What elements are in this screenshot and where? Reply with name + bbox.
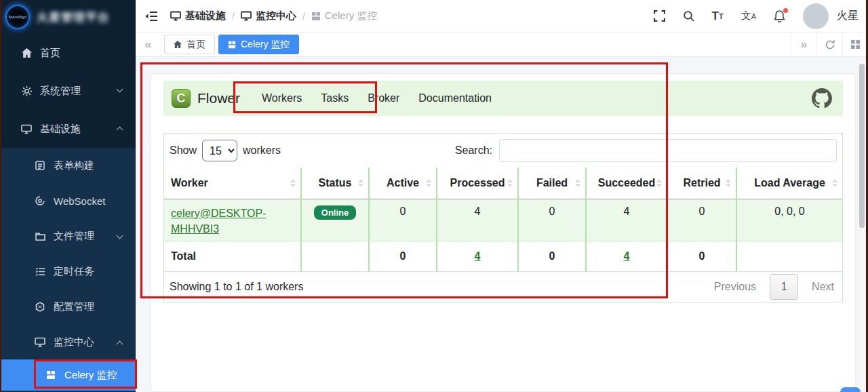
column-header-active[interactable]: Active — [369, 168, 437, 199]
main-content: C Flower Workers Tasks Broker Documentat… — [136, 57, 868, 392]
column-header-succeeded[interactable]: Succeeded — [586, 168, 667, 199]
sidebar-item-infrastructure[interactable]: 基础设施 — [0, 110, 136, 148]
monitor-icon — [34, 336, 46, 347]
flower-nav-workers[interactable]: Workers — [252, 92, 311, 104]
tabs-scroll-left-icon[interactable]: « — [136, 33, 161, 57]
sidebar-item-websocket[interactable]: WebSocket — [0, 183, 136, 218]
chevron-down-icon — [117, 86, 123, 93]
topbar: 基础设施 / 监控中心 / Celery 监控 — [136, 0, 868, 33]
column-header-failed[interactable]: Failed — [518, 168, 586, 199]
datatable-controls: Show 15 workers Search: — [164, 134, 842, 168]
sidebar-item-file-mgmt[interactable]: 文件管理 — [0, 218, 136, 254]
column-header-load-average[interactable]: Load Average — [736, 168, 842, 199]
celery-logo: C — [172, 89, 191, 108]
sidebar-item-form-builder[interactable]: 表单构建 — [0, 148, 136, 183]
sort-icon — [656, 179, 662, 187]
worker-link[interactable]: celery@DESKTOP-MHHVBI3 — [171, 208, 266, 235]
form-icon — [34, 160, 46, 171]
page-size-select[interactable]: 15 — [202, 140, 237, 161]
worker-cell: celery@DESKTOP-MHHVBI3 — [164, 199, 301, 241]
total-retried: 0 — [667, 241, 736, 271]
page-number-button[interactable]: 1 — [770, 274, 798, 300]
status-cell: Online — [301, 199, 369, 241]
floating-button-partial[interactable] — [840, 387, 861, 392]
total-label: Total — [164, 241, 301, 271]
scrollbar-thumb[interactable] — [859, 64, 865, 228]
github-icon[interactable] — [812, 88, 832, 109]
breadcrumb-label: 监控中心 — [256, 9, 296, 22]
flower-brand[interactable]: Flower — [197, 90, 240, 106]
sidebar-item-monitor-center[interactable]: 监控中心 — [0, 324, 136, 359]
app-title: 火星管理平台 — [37, 9, 110, 25]
sidebar-item-label: 首页 — [40, 47, 60, 60]
sidebar: MarsMgn 火星管理平台 首页 系统管理 基础设施 — [0, 0, 136, 392]
sidebar-item-label: 文件管理 — [54, 230, 94, 243]
breadcrumb-separator: / — [302, 11, 305, 22]
failed-cell: 0 — [518, 199, 586, 241]
chevron-down-icon — [117, 233, 123, 239]
screen: MarsMgn 火星管理平台 首页 系统管理 基础设施 — [0, 0, 868, 392]
tab-home[interactable]: 首页 — [164, 35, 215, 54]
avatar[interactable] — [803, 3, 829, 29]
gear-icon — [20, 85, 33, 96]
monitor-icon — [170, 11, 181, 21]
flower-nav-broker[interactable]: Broker — [358, 92, 409, 104]
pagination: Previous 1 Next — [714, 274, 834, 300]
breadcrumb-item-infrastructure[interactable]: 基础设施 — [170, 9, 226, 22]
chevron-up-icon — [117, 341, 123, 348]
breadcrumb-item-monitor-center[interactable]: 监控中心 — [241, 9, 296, 22]
flower-nav-tasks[interactable]: Tasks — [311, 92, 358, 104]
column-header-processed[interactable]: Processed — [437, 168, 518, 199]
folder-icon — [34, 231, 46, 241]
previous-button[interactable]: Previous — [714, 281, 756, 293]
sidebar-fold-icon[interactable] — [145, 11, 158, 22]
total-succeeded-link[interactable]: 4 — [624, 250, 630, 262]
sidebar-item-config-mgmt[interactable]: 配置管理 — [0, 289, 136, 324]
websocket-icon — [34, 195, 46, 206]
active-cell: 0 — [369, 199, 437, 241]
sidebar-item-scheduled-tasks[interactable]: 定时任务 — [0, 254, 136, 289]
sort-icon — [507, 179, 513, 187]
total-processed-link[interactable]: 4 — [475, 250, 481, 262]
breadcrumb: 基础设施 / 监控中心 / Celery 监控 — [170, 9, 377, 22]
topbar-actions: TT 文A 火星 — [654, 3, 868, 29]
breadcrumb-separator: / — [232, 11, 235, 22]
refresh-icon[interactable] — [816, 33, 842, 57]
language-icon[interactable]: 文A — [741, 9, 756, 22]
total-load-average-cell — [736, 241, 842, 271]
sidebar-item-label: Celery 监控 — [64, 369, 117, 382]
tabs-scroll-right-icon[interactable]: » — [791, 33, 816, 57]
column-header-worker[interactable]: Worker — [164, 168, 301, 199]
sidebar-item-home[interactable]: 首页 — [0, 34, 136, 72]
home-icon — [174, 41, 182, 48]
column-header-retried[interactable]: Retried — [667, 168, 736, 199]
succeeded-cell: 4 — [586, 199, 667, 241]
sidebar-item-system-mgmt[interactable]: 系统管理 — [0, 72, 136, 110]
window-edge-left — [0, 0, 1, 392]
chevron-up-icon — [117, 127, 123, 134]
layout-grid-icon[interactable] — [842, 33, 868, 57]
sidebar-item-celery-monitor[interactable]: Celery 监控 — [0, 359, 136, 391]
column-header-status[interactable]: Status — [301, 168, 369, 199]
username[interactable]: 火星 — [837, 9, 859, 23]
showing-info: Showing 1 to 1 of 1 workers — [170, 281, 303, 293]
tab-label: 首页 — [186, 39, 205, 51]
sidebar-item-label: 配置管理 — [54, 300, 94, 313]
next-button[interactable]: Next — [812, 281, 834, 293]
search-input[interactable] — [499, 139, 837, 162]
home-icon — [20, 47, 33, 58]
total-failed: 0 — [518, 241, 586, 271]
font-size-icon[interactable]: TT — [712, 9, 724, 23]
table-header-row: Worker Status Active Processed Failed Su… — [164, 168, 842, 199]
monitor-icon — [241, 11, 252, 21]
tab-celery-monitor[interactable]: Celery 监控 — [218, 35, 299, 54]
tabs: 首页 Celery 监控 — [164, 35, 299, 54]
sidebar-item-label: WebSocket — [54, 195, 105, 207]
fullscreen-icon[interactable] — [654, 10, 665, 22]
flower-nav-documentation[interactable]: Documentation — [409, 92, 501, 104]
sort-icon — [575, 179, 580, 187]
bell-icon[interactable] — [774, 10, 785, 22]
search-icon[interactable] — [683, 10, 694, 22]
total-row: Total 0 4 0 4 0 — [164, 241, 842, 271]
hexagon-icon — [34, 301, 46, 312]
